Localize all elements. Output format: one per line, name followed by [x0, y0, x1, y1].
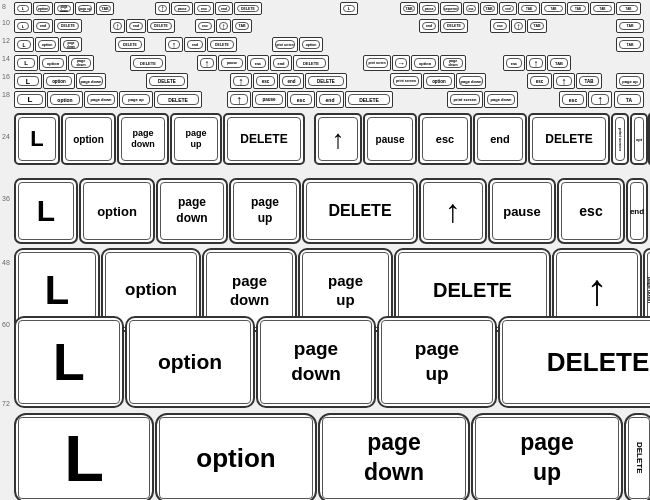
key-r24-end[interactable]: end [473, 113, 527, 165]
key-r18-pgdn2[interactable]: page down [484, 91, 518, 108]
key-r8-r-misc4[interactable]: end [499, 2, 517, 15]
key-r18-pgup[interactable]: page up [119, 91, 153, 108]
key-r14-delete2[interactable]: DELETE [293, 55, 329, 71]
key-r24-l[interactable]: L [14, 113, 60, 165]
key-r72-pgup[interactable]: pageup [471, 413, 623, 500]
key-r12-l[interactable]: L [14, 37, 34, 52]
key-r14-l[interactable]: L [14, 55, 38, 71]
key-r24-up[interactable]: ↑ [314, 113, 362, 165]
key-r36-delete[interactable]: DELETE [302, 178, 418, 244]
key-r12-r-tab[interactable]: TAB [616, 37, 644, 52]
key-r10-r-end[interactable]: end [419, 19, 439, 33]
key-r16-option2[interactable]: option [423, 73, 455, 89]
key-r16-pgdn[interactable]: page down [76, 73, 106, 89]
key-r18-pgdn[interactable]: page down [84, 91, 118, 108]
key-r8-end1[interactable]: end [215, 2, 233, 15]
key-r14-option2[interactable]: option [411, 55, 439, 71]
key-r12-delete[interactable]: DELETE [115, 37, 145, 52]
key-r24-pgup[interactable]: pageup [170, 113, 222, 165]
key-r10-tab[interactable]: TAB [232, 19, 252, 33]
key-r10-esc[interactable]: esc [195, 19, 215, 33]
key-r10-end[interactable]: end [33, 19, 53, 33]
key-r14-pause[interactable]: pause [218, 55, 246, 71]
key-r14-up[interactable]: ↑ [197, 55, 217, 71]
key-r18-esc2[interactable]: esc [559, 91, 587, 108]
key-r8-tab1[interactable]: TAB [96, 2, 114, 15]
key-r72-pgdn[interactable]: pagedown [318, 413, 470, 500]
key-r10-r-up[interactable]: ↑ [511, 19, 526, 33]
key-r10-r-tab2[interactable]: TAB [616, 19, 644, 33]
key-r14-pgdn2[interactable]: page down [440, 55, 466, 71]
key-r14-esc[interactable]: esc [247, 55, 269, 71]
key-r12-option[interactable]: option [35, 37, 59, 52]
key-r10-delete[interactable]: DELETE [54, 19, 82, 33]
key-r8-pause1[interactable]: pause [171, 2, 193, 15]
key-r72-l[interactable]: L [14, 413, 154, 500]
key-r10-delete2[interactable]: DELETE [147, 19, 175, 33]
key-r24-esc[interactable]: esc [418, 113, 472, 165]
key-r16-pgup[interactable]: page up [616, 73, 644, 89]
key-r10-up2[interactable]: ↑ [216, 19, 231, 33]
key-r10-r-tab[interactable]: TAB [527, 19, 547, 33]
key-r12-end[interactable]: end [184, 37, 206, 52]
key-r8-r-misc9[interactable]: TAB [616, 2, 641, 15]
key-r10-r-del[interactable]: DELETE [440, 19, 468, 33]
key-r14-tab[interactable]: TAB [547, 55, 571, 71]
key-r12-delete2[interactable]: DELETE [207, 37, 237, 52]
key-r16-delete[interactable]: DELETE [146, 73, 188, 89]
key-r10-r-esc[interactable]: esc [490, 19, 510, 33]
key-r8-r-misc7[interactable]: TAB [567, 2, 589, 15]
key-r8-esc1[interactable]: esc [194, 2, 214, 15]
key-r60-delete[interactable]: DELETE [498, 316, 650, 408]
key-r36-end[interactable]: end [626, 178, 648, 244]
key-r24-option[interactable]: option [61, 113, 116, 165]
key-r18-prnscr[interactable]: print screen [447, 91, 483, 108]
key-r36-option[interactable]: option [79, 178, 155, 244]
key-r36-l[interactable]: L [14, 178, 78, 244]
key-r16-up[interactable]: ↑ [230, 73, 252, 89]
key-r8-r-misc3[interactable]: esc [463, 2, 479, 15]
key-r8-r-misc5[interactable]: TAB [518, 2, 540, 15]
key-r16-esc2[interactable]: esc [527, 73, 552, 89]
key-r14-option[interactable]: option [39, 55, 67, 71]
key-r16-prnscr[interactable]: print screen [390, 73, 422, 89]
key-r72-delete[interactable]: DELETE [624, 413, 650, 500]
key-r36-up[interactable]: ↑ [419, 178, 487, 244]
key-r18-pause[interactable]: pause [252, 91, 286, 108]
key-r18-esc[interactable]: esc [287, 91, 315, 108]
key-r18-delete[interactable]: DELETE [154, 91, 202, 108]
key-r8-r-misc6[interactable]: TAB [541, 2, 566, 15]
key-r18-up[interactable]: ↑ [227, 91, 251, 108]
key-r12-pgdn[interactable]: page down [60, 37, 82, 52]
key-r14-pgdn[interactable]: page down [68, 55, 94, 71]
key-r16-pgdn2[interactable]: page down [456, 73, 486, 89]
key-r12-prnscr[interactable]: print screen [272, 37, 298, 52]
key-r12-option2[interactable]: option [299, 37, 323, 52]
key-r8-r-tab2[interactable]: TAB [480, 2, 498, 15]
key-r60-l[interactable]: L [14, 316, 124, 408]
key-r8-r-misc8[interactable]: TAB [590, 2, 615, 15]
key-r14-prnscr[interactable]: print screen [363, 55, 391, 71]
key-r8-r-misc1[interactable]: pause [419, 2, 439, 15]
key-r16-tab[interactable]: TAB [576, 73, 602, 89]
key-r18-option[interactable]: option [47, 91, 83, 108]
key-r16-end[interactable]: end [279, 73, 304, 89]
key-r8-pgdn1[interactable]: page down [54, 2, 74, 15]
key-r14-esc2[interactable]: esc [503, 55, 525, 71]
key-r8-del1[interactable]: DELETE [234, 2, 262, 15]
key-r16-esc[interactable]: esc [253, 73, 278, 89]
key-r8-option1[interactable]: option [33, 2, 53, 15]
key-r16-option[interactable]: option [43, 73, 75, 89]
key-r18-ta-right[interactable]: TA [614, 91, 644, 108]
key-r16-delete2[interactable]: DELETE [305, 73, 347, 89]
key-r16-up2[interactable]: ↑ [553, 73, 575, 89]
key-r18-up2[interactable]: ↑ [588, 91, 612, 108]
key-r60-pgup[interactable]: pageup [377, 316, 497, 408]
key-r12-up[interactable]: ↑ [165, 37, 183, 52]
key-r24-option3[interactable]: opt [630, 113, 648, 165]
key-r36-pgdn[interactable]: pagedown [156, 178, 228, 244]
key-r8-r-misc2[interactable]: sequence [440, 2, 462, 15]
key-r10-end2[interactable]: end [126, 19, 146, 33]
key-r10-up[interactable]: ↑ [110, 19, 125, 33]
key-r8-r-tab[interactable]: TAB [400, 2, 418, 15]
